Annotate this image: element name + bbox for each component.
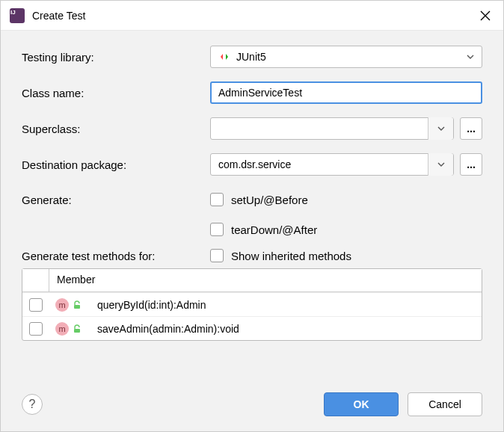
chevron-down-icon [467, 53, 474, 61]
dialog-footer: ? OK Cancel [1, 383, 503, 431]
check-column-header [22, 269, 49, 291]
generate-methods-row: Generate test methods for: Show inherite… [22, 249, 482, 262]
superclass-row: Superclass: ... [22, 117, 482, 140]
close-button[interactable] [476, 7, 494, 25]
titlebar: Create Test [1, 1, 503, 31]
testing-library-row: Testing library: JUnit5 [22, 46, 482, 68]
close-icon [480, 10, 491, 21]
teardown-label: tearDown/@After [231, 223, 317, 236]
testing-library-label: Testing library: [22, 51, 210, 64]
chevron-down-icon [437, 161, 445, 168]
unlock-icon [72, 300, 82, 310]
superclass-label: Superclass: [22, 123, 210, 135]
setup-label: setUp/@Before [231, 194, 308, 206]
methods-table: Member m queryById(id:int):Admin m saveA… [22, 268, 482, 341]
destination-package-dropdown-button[interactable] [428, 153, 453, 176]
destination-package-label: Destination package: [22, 158, 210, 171]
generate-label: Generate: [22, 194, 210, 206]
teardown-checkbox[interactable] [210, 223, 224, 236]
superclass-combo[interactable] [210, 117, 454, 140]
class-name-row: Class name: [22, 81, 482, 104]
help-button[interactable]: ? [22, 394, 43, 415]
method-checkbox-0[interactable] [29, 298, 43, 312]
setup-checkbox[interactable] [210, 193, 224, 206]
destination-package-combo[interactable]: com.dsr.service [210, 153, 454, 176]
cancel-button[interactable]: Cancel [408, 392, 482, 416]
generate-methods-label: Generate test methods for: [22, 250, 210, 262]
svg-rect-0 [74, 305, 80, 309]
intellij-icon [10, 8, 25, 23]
teardown-row: tearDown/@After [22, 219, 482, 240]
method-icon: m [55, 298, 69, 312]
table-row[interactable]: m queryById(id:int):Admin [22, 292, 482, 316]
method-checkbox-1[interactable] [29, 322, 43, 336]
methods-table-header: Member [22, 269, 482, 292]
method-icon: m [55, 322, 69, 336]
superclass-dropdown-button[interactable] [428, 117, 453, 140]
method-signature: saveAdmin(admin:Admin):void [97, 323, 239, 335]
ok-button[interactable]: OK [324, 392, 399, 416]
testing-library-value: JUnit5 [236, 51, 266, 63]
class-name-text[interactable] [218, 87, 474, 99]
method-signature: queryById(id:int):Admin [97, 299, 206, 311]
create-test-dialog: Create Test Testing library: JUnit5 [0, 0, 504, 432]
dialog-title: Create Test [32, 10, 476, 22]
dialog-content: Testing library: JUnit5 Class name: [1, 31, 503, 383]
superclass-browse-button[interactable]: ... [460, 117, 482, 140]
show-inherited-checkbox[interactable] [210, 249, 224, 262]
generate-row: Generate: setUp/@Before [22, 189, 482, 210]
unlock-icon [72, 324, 82, 334]
destination-package-value: com.dsr.service [218, 158, 291, 170]
testing-library-combo[interactable]: JUnit5 [210, 46, 482, 68]
destination-package-row: Destination package: com.dsr.service ... [22, 153, 482, 176]
class-name-input[interactable] [210, 81, 482, 104]
junit-icon [218, 51, 230, 63]
member-column-header: Member [49, 269, 482, 291]
svg-rect-1 [74, 329, 80, 333]
show-inherited-label: Show inherited methods [231, 250, 351, 262]
table-row[interactable]: m saveAdmin(admin:Admin):void [22, 316, 482, 340]
class-name-label: Class name: [22, 87, 210, 99]
chevron-down-icon [437, 125, 445, 132]
destination-package-browse-button[interactable]: ... [460, 153, 482, 176]
